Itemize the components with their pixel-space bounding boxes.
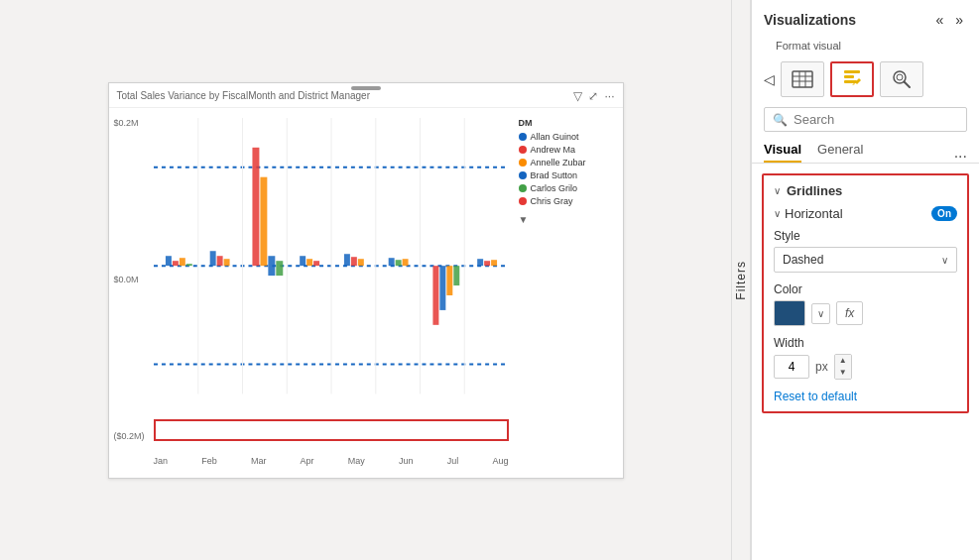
- svg-rect-42: [844, 70, 860, 73]
- viz-panel: Visualizations « » Format visual ◁: [751, 0, 979, 560]
- legend-label-6: Chris Gray: [531, 196, 573, 206]
- svg-rect-36: [491, 260, 497, 266]
- legend-scroll-down[interactable]: ▼: [519, 214, 618, 225]
- style-label: Style: [774, 229, 957, 243]
- x-label: Jul: [447, 456, 459, 466]
- x-label: Jun: [399, 456, 414, 466]
- nav-left-icon[interactable]: «: [931, 10, 947, 30]
- svg-rect-33: [453, 266, 459, 285]
- x-label: Aug: [492, 456, 508, 466]
- nav-right-icon[interactable]: »: [951, 10, 967, 30]
- horizontal-chevron: ∨: [774, 208, 781, 219]
- viz-panel-header: Visualizations « »: [752, 0, 979, 36]
- color-label: Color: [774, 282, 957, 296]
- svg-rect-37: [793, 71, 812, 87]
- search-input[interactable]: [794, 112, 960, 127]
- filter-icon[interactable]: ▽: [573, 89, 582, 103]
- chart-area: Total Sales Variance by FiscalMonth and …: [0, 0, 731, 560]
- resize-handle[interactable]: [351, 86, 381, 90]
- table-viz-button[interactable]: [781, 61, 824, 97]
- horizontal-toggle[interactable]: On: [931, 206, 957, 221]
- tabs-row: Visual General ...: [752, 138, 979, 164]
- color-form-row: Color ∨ fx: [774, 282, 957, 326]
- width-label: Width: [774, 336, 957, 350]
- chart-container: Total Sales Variance by FiscalMonth and …: [108, 82, 624, 479]
- horizontal-title-group: ∨ Horizontal: [774, 206, 843, 221]
- width-form-row: Width px ▲ ▼: [774, 336, 957, 380]
- tab-general[interactable]: General: [817, 142, 863, 163]
- y-label-mid: $0.0M: [114, 275, 145, 284]
- svg-rect-35: [484, 261, 490, 266]
- svg-rect-13: [185, 264, 191, 266]
- x-axis: Jan Feb Mar Apr May Jun Jul Aug: [154, 456, 509, 466]
- svg-rect-32: [446, 266, 452, 295]
- legend-dot-1: [519, 133, 527, 141]
- filters-label: Filters: [734, 261, 748, 300]
- svg-rect-12: [179, 258, 184, 266]
- gridlines-section-header[interactable]: ∨ Gridlines: [774, 183, 957, 198]
- viz-panel-title: Visualizations: [764, 12, 856, 28]
- x-label: Feb: [201, 456, 217, 466]
- gridlines-section: ∨ Gridlines ∨ Horizontal On Style Dashed…: [762, 173, 969, 413]
- svg-rect-11: [172, 261, 178, 266]
- chart-plot: $0.2M $0.0M ($0.2M): [109, 108, 514, 471]
- legend-dot-4: [519, 171, 527, 179]
- x-label: May: [348, 456, 365, 466]
- svg-rect-14: [209, 251, 215, 266]
- reset-default-link[interactable]: Reset to default: [774, 390, 957, 403]
- svg-rect-28: [395, 260, 401, 266]
- svg-rect-22: [306, 259, 312, 266]
- legend-label-2: Andrew Ma: [531, 145, 576, 155]
- svg-rect-44: [844, 80, 857, 83]
- legend-dot-5: [519, 184, 527, 192]
- svg-line-46: [905, 82, 911, 88]
- width-increment[interactable]: ▲: [835, 355, 851, 367]
- legend-item: Annelle Zubar: [519, 158, 618, 168]
- x-label: Apr: [301, 456, 314, 466]
- format-visual-label: Format visual: [764, 38, 967, 57]
- legend-label-5: Carlos Grilo: [531, 183, 578, 193]
- svg-rect-24: [343, 254, 349, 266]
- horizontal-subsection-header: ∨ Horizontal On: [774, 206, 957, 221]
- color-row: ∨ fx: [774, 300, 957, 326]
- svg-rect-10: [165, 256, 171, 266]
- chart-icons: ▽ ⤢ ···: [573, 89, 614, 103]
- y-label-top: $0.2M: [114, 118, 145, 128]
- analytics-viz-button[interactable]: [880, 61, 923, 97]
- svg-rect-18: [260, 176, 267, 265]
- svg-rect-31: [439, 266, 445, 310]
- width-decrement[interactable]: ▼: [835, 367, 851, 379]
- legend-item: Chris Gray: [519, 196, 618, 206]
- chart-title: Total Sales Variance by FiscalMonth and …: [117, 90, 370, 101]
- color-swatch[interactable]: [774, 300, 805, 326]
- svg-rect-30: [432, 266, 438, 325]
- search-box[interactable]: 🔍: [764, 107, 967, 132]
- y-axis: $0.2M $0.0M ($0.2M): [114, 118, 145, 441]
- style-select[interactable]: Dashed ∨: [774, 247, 957, 273]
- width-row: px ▲ ▼: [774, 354, 957, 380]
- format-viz-button[interactable]: [830, 61, 874, 97]
- svg-rect-23: [313, 261, 319, 266]
- filters-panel[interactable]: Filters: [731, 0, 751, 560]
- style-form-row: Style Dashed ∨: [774, 229, 957, 273]
- svg-rect-17: [252, 147, 259, 265]
- svg-rect-34: [477, 259, 483, 266]
- expand-icon[interactable]: ⤢: [588, 89, 598, 103]
- width-input[interactable]: [774, 355, 809, 379]
- fx-button[interactable]: fx: [836, 301, 863, 325]
- color-chevron[interactable]: ∨: [811, 303, 830, 324]
- svg-rect-19: [268, 256, 275, 276]
- chart-legend: DM Allan Guinot Andrew Ma Annelle Zubar …: [514, 108, 623, 471]
- tab-visual[interactable]: Visual: [764, 142, 801, 163]
- legend-label-3: Annelle Zubar: [531, 158, 586, 168]
- gridlines-chevron: ∨: [774, 185, 781, 196]
- more-icon[interactable]: ···: [604, 89, 614, 103]
- legend-item: Andrew Ma: [519, 145, 618, 155]
- svg-rect-27: [388, 258, 394, 266]
- x-label: Jan: [154, 456, 169, 466]
- legend-item: Brad Sutton: [519, 170, 618, 180]
- nav-back-icon[interactable]: ◁: [764, 71, 775, 87]
- tab-more[interactable]: ...: [954, 144, 967, 162]
- style-chevron: ∨: [941, 255, 948, 266]
- search-icon: 🔍: [773, 113, 788, 127]
